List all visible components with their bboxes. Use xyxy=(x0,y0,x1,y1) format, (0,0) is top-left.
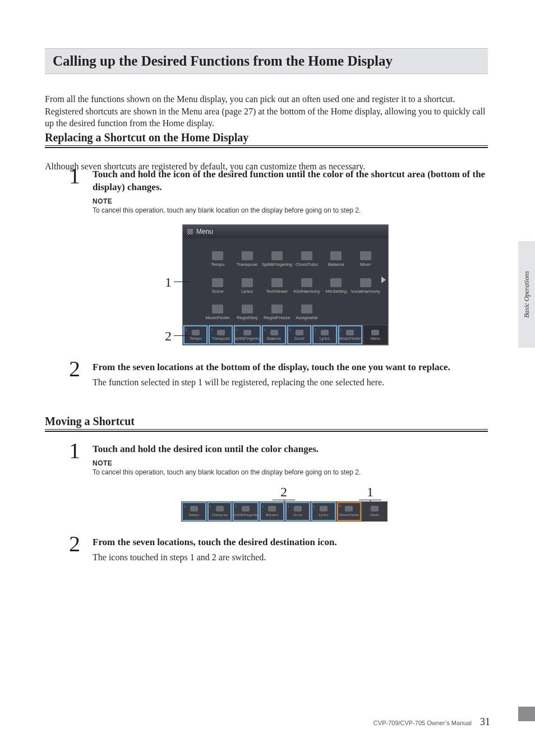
step-body-text: The icons touched in steps 1 and 2 are s… xyxy=(93,552,488,563)
textviewer-icon xyxy=(271,278,283,287)
registfreeze-icon xyxy=(271,305,283,314)
transpose-icon xyxy=(217,330,225,335)
balance-icon xyxy=(270,330,278,335)
menu-item-assignable[interactable]: Assignable xyxy=(292,296,321,320)
shortcut-lyrics[interactable]: ↓Lyrics xyxy=(311,501,336,522)
musicfinder-icon xyxy=(346,330,354,335)
chordtutor-icon xyxy=(301,251,312,260)
lyrics-icon xyxy=(242,278,253,287)
tempo-icon xyxy=(190,506,198,511)
menu-item-micsetting[interactable]: MicSetting xyxy=(321,269,350,293)
menu-item-chordtutor[interactable]: ChordTutor xyxy=(292,243,321,267)
shortcut-transpose[interactable]: ↓Transpose xyxy=(207,501,233,522)
shortcut-balance[interactable]: ↓Balance xyxy=(259,501,285,522)
menu-item-kbdharmony[interactable]: KbdHarmony xyxy=(292,269,321,293)
menu-item-mixer[interactable]: Mixer xyxy=(351,243,380,267)
menu-item-textviewer[interactable]: TextViewer xyxy=(262,269,292,293)
shortcut-score[interactable]: ↓Score xyxy=(287,325,312,345)
menu-item-lyrics[interactable]: Lyrics xyxy=(232,269,261,293)
shortcut-bar-moving: ↓Tempo ↓Transpose ↓Split&Fingering ↓Bala… xyxy=(181,501,388,522)
step-1: 1 Touch and hold the icon of the desired… xyxy=(70,168,488,214)
menu-item-score[interactable]: Score xyxy=(203,269,232,293)
transpose-icon xyxy=(242,251,253,260)
menu-next-page-icon[interactable] xyxy=(381,276,386,283)
step-number: 2 xyxy=(69,358,80,380)
menu-header-label: Menu xyxy=(196,228,213,236)
menu-item-balance[interactable]: Balance xyxy=(321,243,350,267)
note-label: NOTE xyxy=(93,197,488,205)
tempo-icon xyxy=(192,330,200,335)
rule xyxy=(45,431,488,432)
shortcut-menu[interactable]: Menu xyxy=(362,501,388,522)
step-1-moving: 1 Touch and hold the desired icon until … xyxy=(70,443,488,476)
menu-item-splitfingering[interactable]: Split&Fingering xyxy=(262,243,292,267)
menu-item-vocalharmony[interactable]: VocalHarmony xyxy=(351,269,380,293)
registseq-icon xyxy=(242,305,253,314)
menu-item-registseq[interactable]: RegistSeq xyxy=(232,296,261,320)
step-number: 1 xyxy=(69,165,80,187)
callout-line xyxy=(174,335,190,336)
callout-1: 1 xyxy=(165,275,190,290)
step-body-text: The function selected in step 1 will be … xyxy=(93,377,488,388)
manual-name: CVP-709/CVP-705 Owner’s Manual xyxy=(373,720,472,726)
shortcut-transpose[interactable]: ↓Transpose xyxy=(208,325,233,345)
subsection-replacing-heading: Replacing a Shortcut on the Home Display xyxy=(45,131,488,148)
note-text: To cancel this operation, touch any blan… xyxy=(93,468,488,476)
step-heading: From the seven locations, touch the desi… xyxy=(93,536,488,549)
menu-header: Menu xyxy=(183,225,388,238)
shortcut-tempo[interactable]: ↓Tempo xyxy=(181,501,207,522)
lyrics-icon xyxy=(320,506,328,511)
transpose-icon xyxy=(216,506,224,511)
musicfinder-icon xyxy=(212,305,223,314)
micsetting-icon xyxy=(330,278,342,287)
shortcut-lyrics[interactable]: ↓Lyrics xyxy=(312,325,337,345)
rule xyxy=(45,147,488,148)
step-heading: Touch and hold the icon of the desired f… xyxy=(93,168,488,194)
lyrics-icon xyxy=(321,330,329,335)
menu-item-musicfinder[interactable]: MusicFinder xyxy=(203,296,232,320)
shortcut-musicfinder[interactable]: ↓MusicFinder xyxy=(338,325,363,345)
score-icon xyxy=(212,278,223,287)
menu-item-registfreeze[interactable]: RegistFreeze xyxy=(262,296,292,320)
vocalharmony-icon xyxy=(360,278,371,287)
side-tab: Basic Operations xyxy=(518,241,535,348)
splitfingering-icon xyxy=(242,506,250,511)
shortcut-splitfingering[interactable]: ↓Split&Fingering xyxy=(233,325,261,345)
note-label: NOTE xyxy=(93,459,488,467)
menu-icon xyxy=(371,506,379,511)
step-heading: From the seven locations at the bottom o… xyxy=(93,361,488,374)
shortcut-score[interactable]: ↓Score xyxy=(285,501,311,522)
balance-icon xyxy=(330,251,342,260)
menu-grid-icon xyxy=(187,229,193,234)
section-title: Calling up the Desired Functions from th… xyxy=(53,53,393,69)
callout-line xyxy=(174,282,190,282)
step-number: 2 xyxy=(69,533,80,555)
musicfinder-icon xyxy=(345,506,353,511)
step-2: 2 From the seven locations at the bottom… xyxy=(70,361,488,388)
splitfingering-icon xyxy=(271,251,283,260)
page-number: 31 xyxy=(480,716,490,727)
shortcut-bar: ↓Tempo ↓Transpose ↓Split&Fingering ↓Bala… xyxy=(183,325,388,345)
step-number: 1 xyxy=(69,440,80,462)
section-title-bar: Calling up the Desired Functions from th… xyxy=(45,48,488,74)
page-footer: CVP-709/CVP-705 Owner’s Manual 31 xyxy=(0,716,535,728)
menu-icon xyxy=(371,330,379,335)
subsection-moving-title: Moving a Shortcut xyxy=(45,415,488,428)
tempo-icon xyxy=(212,251,223,260)
rule xyxy=(45,429,488,430)
subsection-replacing-title: Replacing a Shortcut on the Home Display xyxy=(45,131,488,144)
subsection-moving-heading: Moving a Shortcut xyxy=(45,415,488,432)
side-tab-label: Basic Operations xyxy=(523,271,531,318)
rule xyxy=(45,145,488,146)
balance-icon xyxy=(268,506,276,511)
kbdharmony-icon xyxy=(301,278,312,287)
shortcut-menu[interactable]: Menu xyxy=(363,325,388,345)
shortcut-splitfingering[interactable]: ↓Split&Fingering xyxy=(232,501,259,522)
step-2-moving: 2 From the seven locations, touch the de… xyxy=(70,536,488,563)
splitfingering-icon xyxy=(243,330,251,335)
step-heading: Touch and hold the desired icon until th… xyxy=(93,443,488,456)
menu-item-tempo[interactable]: Tempo xyxy=(203,243,232,267)
shortcut-musicfinder[interactable]: ×MusicFinder xyxy=(336,501,362,522)
shortcut-balance[interactable]: ↓Balance xyxy=(261,325,287,345)
menu-item-transpose[interactable]: Transpose xyxy=(232,243,261,267)
